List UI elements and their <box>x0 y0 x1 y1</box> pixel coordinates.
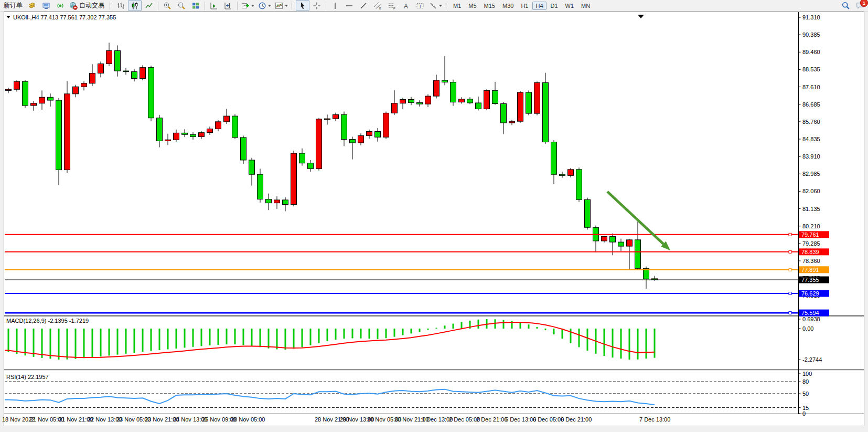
text-label-icon[interactable]: T <box>413 0 427 11</box>
down-candle <box>132 72 137 79</box>
line-chart-icon[interactable] <box>142 0 156 11</box>
up-candle <box>65 94 70 170</box>
down-candle <box>635 240 641 268</box>
trading-app-window: 新订单 自动交易 <box>0 0 868 432</box>
text-icon[interactable]: A <box>399 0 413 11</box>
hline-handle[interactable] <box>789 292 791 295</box>
hline-handle[interactable] <box>789 250 791 253</box>
price-label: 75.594 <box>801 310 819 316</box>
price-label: 78.839 <box>801 249 819 255</box>
down-candle <box>182 133 188 134</box>
fibonacci-glyph: F <box>393 6 395 9</box>
channel-glyph: E <box>379 6 381 9</box>
timeframe-mn[interactable]: MN <box>578 2 593 10</box>
up-candle <box>383 113 389 137</box>
timeframe-d1[interactable]: D1 <box>548 2 561 10</box>
zoom-out-icon[interactable] <box>175 0 188 11</box>
timeframe-h4[interactable]: H4 <box>532 2 546 10</box>
hline-handle[interactable] <box>789 268 791 271</box>
symbol-ohlc-text: UKOil-,H4 77.413 77.561 77.302 77.355 <box>13 14 116 20</box>
dropdown-arrow-icon <box>268 5 271 7</box>
timeframe-m15[interactable]: M15 <box>481 2 498 10</box>
down-candle <box>232 116 238 138</box>
templates-icon[interactable] <box>273 0 290 11</box>
chart-area[interactable]: 91.31090.38589.46088.53587.61086.68585.7… <box>0 12 868 432</box>
horizontal-line-icon[interactable] <box>342 0 356 11</box>
svg-text:90.385: 90.385 <box>802 31 820 38</box>
down-candle <box>266 199 272 203</box>
timeframe-m5[interactable]: M5 <box>465 2 479 10</box>
bar-chart-icon[interactable] <box>114 0 127 11</box>
indicators-add-icon[interactable] <box>240 0 256 11</box>
down-candle <box>501 103 507 123</box>
time-label: 2 Dec 05:00 <box>449 416 480 423</box>
toolbar-grip <box>110 2 112 10</box>
down-candle <box>123 71 129 72</box>
svg-text:82.985: 82.985 <box>802 171 820 177</box>
timeframe-w1[interactable]: W1 <box>562 2 577 10</box>
tile-windows-icon[interactable] <box>189 0 202 11</box>
up-candle <box>358 135 364 143</box>
up-candle <box>207 129 213 132</box>
down-candle <box>585 199 591 227</box>
trendline-icon[interactable] <box>357 0 370 11</box>
down-candle <box>618 242 624 246</box>
svg-text:91.310: 91.310 <box>802 14 820 20</box>
down-candle <box>249 160 255 174</box>
price-label: 76.629 <box>801 290 819 297</box>
time-label: 5 Dec 13:00 <box>505 416 536 423</box>
timeframe-m1[interactable]: M1 <box>450 2 464 10</box>
svg-text:84.835: 84.835 <box>802 136 820 142</box>
signal-icon[interactable] <box>53 0 67 11</box>
down-candle <box>148 68 154 118</box>
search-icon[interactable] <box>839 0 852 11</box>
arrows-icon[interactable] <box>427 0 444 11</box>
down-candle <box>241 138 247 160</box>
new-order-button[interactable]: 新订单 <box>2 0 25 11</box>
down-candle <box>551 142 557 175</box>
down-candle <box>526 92 532 113</box>
up-candle <box>165 140 171 141</box>
auto-trading-button[interactable]: 自动交易 <box>68 0 108 11</box>
zoom-in-icon[interactable] <box>160 0 174 11</box>
auto-scroll-icon[interactable] <box>207 0 221 11</box>
toolbar-grip <box>292 2 294 10</box>
sticky-notes-icon[interactable] <box>25 0 39 11</box>
up-candle <box>333 114 339 119</box>
time-label: 1 Dec 13:00 <box>422 416 453 423</box>
down-candle <box>610 236 616 242</box>
status-strip <box>0 426 868 432</box>
up-candle <box>602 236 607 241</box>
up-candle <box>174 133 179 140</box>
crosshair-icon[interactable] <box>310 0 324 11</box>
svg-text:0.00: 0.00 <box>802 325 813 332</box>
timeframe-m30[interactable]: M30 <box>499 2 517 10</box>
up-candle <box>400 100 406 103</box>
time-label: 7 Dec 13:00 <box>639 416 670 423</box>
notification-badge: 1 <box>860 0 868 7</box>
hline-handle[interactable] <box>789 312 791 314</box>
periods-icon[interactable] <box>256 0 273 11</box>
up-candle <box>31 103 37 106</box>
hline-handle[interactable] <box>789 233 791 236</box>
equidistant-channel-icon[interactable]: E <box>371 0 384 11</box>
toolbar-separator <box>158 2 158 10</box>
cursor-icon[interactable] <box>296 0 309 11</box>
fibonacci-icon[interactable]: F <box>385 0 399 11</box>
chart-shift-icon[interactable] <box>221 0 235 11</box>
chat-icon[interactable]: 1 <box>853 0 866 11</box>
up-candle <box>425 96 431 104</box>
dropdown-arrow-icon <box>251 5 254 7</box>
down-candle <box>350 140 356 143</box>
up-candle <box>39 97 45 103</box>
dropdown-arrow-icon <box>285 5 288 7</box>
dropdown-arrow-icon <box>439 5 442 7</box>
vertical-line-icon[interactable] <box>328 0 342 11</box>
svg-text:-2.2744: -2.2744 <box>802 356 822 363</box>
time-label: 2 Dec 21:00 <box>476 416 507 423</box>
terminal-icon[interactable] <box>39 0 53 11</box>
timeframe-h1[interactable]: H1 <box>518 2 531 10</box>
toolbar-separator <box>326 2 326 10</box>
candlestick-chart-icon[interactable] <box>128 0 142 11</box>
up-candle <box>199 133 205 137</box>
